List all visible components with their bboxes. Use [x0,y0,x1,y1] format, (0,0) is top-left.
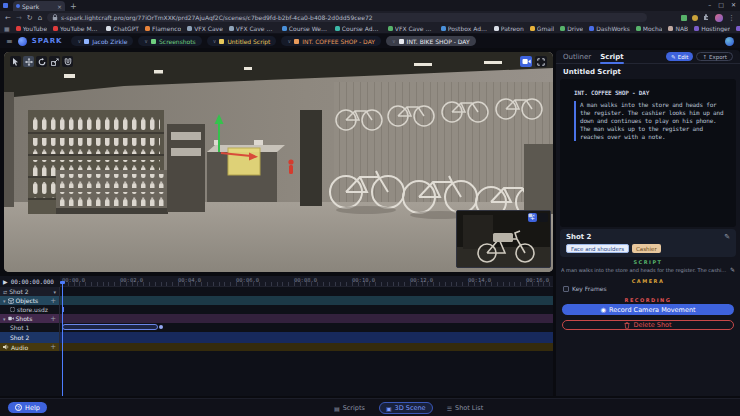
lane-objects[interactable] [60,296,553,305]
tab-outliner[interactable]: Outliner [563,50,591,64]
maximize-icon[interactable]: □ [718,1,724,8]
rotate-tool-button[interactable] [36,56,47,67]
breadcrumb-scene-coffee[interactable]: ∨INT. COFFEE SHOP - DAY [281,36,380,46]
track-shot2-label[interactable]: Shot 2 [0,332,60,343]
bookmark[interactable]: VFX Cave [187,25,223,32]
bookmark[interactable]: ChatGPT [106,25,139,32]
selected-object-highlight[interactable] [228,148,260,175]
bookmark[interactable]: Drive [560,25,583,32]
tab-scripts[interactable]: ▤Scripts [328,402,371,414]
playhead[interactable] [62,284,63,396]
breadcrumb-scene-bike[interactable]: ∨INT. BIKE SHOP - DAY [386,36,476,46]
extension-icon[interactable] [681,15,687,21]
breadcrumb-user[interactable]: ∨Jacob Zirkle [71,36,133,46]
bookmark[interactable]: Gmail [530,25,555,32]
tab-script[interactable]: Script [600,50,623,64]
lane-store[interactable] [60,305,553,314]
lane-shot2[interactable] [60,332,553,343]
lane-shots[interactable] [60,314,553,323]
track-store-label[interactable]: store.usdz [0,305,60,314]
lane-empty[interactable] [60,287,553,296]
checkbox[interactable] [563,286,569,292]
back-icon[interactable]: ← [5,14,11,22]
reload-icon[interactable]: ↻ [27,14,33,22]
add-shot-button[interactable]: + [50,315,56,323]
camera-preview-pip[interactable]: + [456,210,551,268]
add-object-button[interactable]: + [50,297,56,305]
extension-icon[interactable] [692,15,698,21]
home-icon[interactable]: ⌂ [38,14,42,22]
shot-selector[interactable]: ⇄ Shot 2 ▾ [0,287,60,296]
bookmark[interactable]: Hostinger Mail [736,25,740,32]
edit-icon[interactable]: ✎ [724,233,730,241]
character-marker[interactable] [288,159,293,174]
app-menu-icon[interactable]: ≡ [6,37,13,46]
clapper-icon [294,39,299,44]
forward-icon[interactable]: → [16,14,22,22]
edit-icon[interactable]: ✎ [730,266,735,273]
bookmark[interactable]: Postbox Admin [441,25,488,32]
collapse-icon[interactable]: ▾ [3,316,6,322]
tab-3d-scene[interactable]: ▣3D Scene [379,402,433,414]
track-shot1-label[interactable]: Shot 1 [0,323,60,332]
bookmark[interactable]: Hostinger [694,25,730,32]
bookmark[interactable]: YouTube Music [53,25,100,32]
window-controls: – □ ✕ [708,1,736,8]
tab-close-icon[interactable]: × [57,3,62,10]
tag-subject[interactable]: Cashier [632,244,661,253]
script-editor[interactable]: INT. COFFEE SHOP - DAY A man walks into … [560,79,736,227]
camera-view-button[interactable] [520,56,532,67]
scene-3d-viewport[interactable]: + [4,52,553,272]
keyframes-checkbox-row[interactable]: Key Frames [563,285,607,292]
spark-logo [18,37,27,46]
export-button[interactable]: ↑Export [696,52,733,61]
tag-framing[interactable]: Face and shoulders [566,244,629,253]
pip-camera-icon[interactable] [539,213,548,222]
edit-button[interactable]: ✎Edit [666,52,693,61]
breadcrumb-script[interactable]: ∨Untitled Script [207,36,277,46]
bookmark[interactable]: Course Admin [335,25,382,32]
bookmark[interactable]: VFX Cave Admin [229,25,276,32]
track-objects-label[interactable]: ▾ Objects + [0,296,60,305]
add-audio-button[interactable]: + [50,343,56,351]
video-camera-icon [528,213,535,218]
bookmark[interactable]: Course Website [282,25,329,32]
clip-end-handle[interactable] [159,325,163,329]
lane-audio[interactable] [60,343,553,351]
shot1-clip[interactable] [62,324,158,330]
bookmark[interactable]: YouTube [16,25,47,32]
new-tab-button[interactable]: + [70,2,77,11]
help-button[interactable]: ? Help [8,402,47,413]
track-shots-label[interactable]: ▾ Shots + [0,314,60,323]
bookmark[interactable]: Mocha [636,25,663,32]
bookmark[interactable]: Patreon [494,25,524,32]
browser-tab[interactable]: Spark × [13,1,65,11]
collapse-icon[interactable]: ▾ [3,298,6,304]
play-button[interactable]: ▶ [3,278,8,285]
profile-avatar[interactable] [715,14,723,22]
shot-card[interactable]: Shot 2 ✎ Face and shoulders Cashier [560,229,736,257]
scale-tool-button[interactable] [49,56,60,67]
tab-shot-list[interactable]: ☰Shot List [441,402,490,414]
timeline-ruler[interactable]: 00:00.0 00:02.0 00:04.0 00:06.0 00:08.0 … [60,276,553,287]
move-tool-button[interactable] [23,56,34,67]
extensions-puzzle-icon[interactable] [703,14,710,21]
browser-menu-icon[interactable]: ⋮ [728,14,735,22]
window-close-icon[interactable]: ✕ [731,1,736,8]
bookmark[interactable]: DashWorks [589,25,630,32]
lane-shot1[interactable] [60,323,553,332]
bookmark[interactable]: Flamenco [145,25,181,32]
track-audio-label[interactable]: Audio + [0,343,60,351]
delete-shot-button[interactable]: Delete Shot [562,320,734,330]
apps-grid-icon[interactable]: ▦ [4,25,10,32]
url-field[interactable]: s-spark.lightcraft.pro/org/77iOrTmXXK/pr… [47,13,647,22]
snap-tool-button[interactable] [62,56,73,67]
minimize-icon[interactable]: – [708,1,711,8]
user-avatar[interactable] [725,37,734,46]
record-camera-button[interactable]: ◉ Record Camera Movement [562,304,734,315]
bookmark[interactable]: NAB [668,25,688,32]
bookmark[interactable]: VFX Cave Admin [388,25,435,32]
breadcrumb-project[interactable]: ∨Screenshots [138,36,201,46]
select-tool-button[interactable] [10,56,21,67]
fullscreen-button[interactable] [535,56,547,67]
